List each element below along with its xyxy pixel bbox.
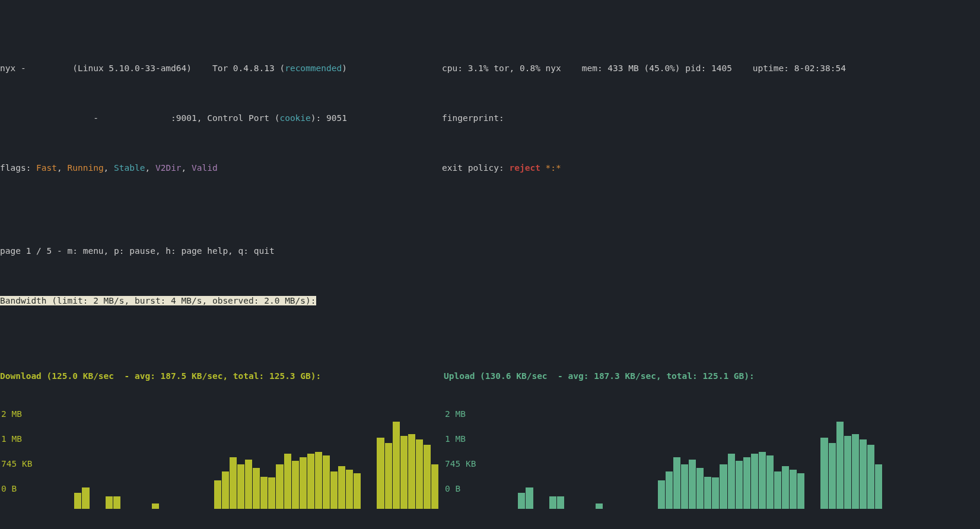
chart-bar	[704, 477, 711, 509]
chart-bar	[696, 468, 704, 509]
flag-running: Running	[68, 163, 104, 173]
chart-bar	[230, 457, 237, 509]
flag-fast: Fast	[36, 163, 57, 173]
ylabel: 2 MB	[1, 408, 22, 420]
exit-star: *:*	[546, 163, 561, 173]
chart-bar	[338, 466, 345, 509]
upload-panel: Upload (130.6 KB/sec - avg: 187.3 KB/sec…	[444, 345, 883, 529]
chart-bar	[549, 496, 556, 509]
chart-bar	[852, 434, 859, 509]
chart-bar	[666, 471, 673, 509]
chart-bar	[557, 496, 564, 509]
chart-bar	[323, 455, 330, 509]
chart-bar	[416, 439, 423, 509]
cookie-label: cookie	[279, 113, 310, 123]
pid-label: pid: 1405	[685, 63, 732, 73]
app-name: nyx -	[0, 63, 26, 73]
chart-bar	[315, 452, 322, 509]
chart-bar	[829, 443, 836, 509]
exit-policy: reject	[510, 163, 546, 173]
uptime-label: uptime: 8-02:38:54	[753, 63, 846, 73]
exit-label: exit policy:	[442, 163, 510, 173]
chart-bar	[836, 422, 844, 509]
chart-bar	[377, 438, 384, 509]
header-line-3: flags: Fast, Running, Stable, V2Dir, Val…	[0, 162, 980, 174]
chart-bar	[689, 460, 696, 509]
port-label: :9001, Control Port (	[171, 113, 279, 123]
header-line-2: - :9001, Control Port (cookie): 9051 fin…	[0, 112, 980, 125]
ylabel: 0 B	[445, 483, 460, 495]
chart-bar	[284, 454, 291, 509]
chart-bar	[860, 439, 867, 509]
chart-bar	[658, 480, 665, 509]
chart-bar	[431, 464, 438, 509]
ylabel: 745 KB	[445, 458, 476, 470]
chart-bar	[253, 468, 260, 509]
bandwidth-charts: Download (125.0 KB/sec - avg: 187.5 KB/s…	[0, 345, 980, 529]
flag-stable: Stable	[114, 163, 145, 173]
chart-bar	[300, 457, 307, 509]
chart-bar	[820, 438, 828, 509]
chart-bar	[222, 471, 229, 509]
chart-bar	[526, 487, 533, 509]
chart-bar	[292, 461, 299, 509]
chart-bar	[844, 436, 851, 509]
chart-bar	[237, 464, 244, 509]
chart-bar	[728, 454, 735, 509]
chart-bar	[712, 477, 719, 509]
chart-bar	[782, 466, 789, 509]
chart-bar	[736, 461, 743, 509]
chart-bar	[759, 452, 766, 509]
chart-bar	[385, 443, 392, 509]
chart-bar	[330, 471, 338, 509]
chart-bar	[400, 436, 408, 509]
mem-label: mem: 433 MB (45.0%)	[582, 63, 680, 73]
flag-v2dir: V2Dir	[155, 163, 182, 173]
download-summary: Download (125.0 KB/sec - avg: 187.5 KB/s…	[0, 370, 439, 383]
chart-bar	[307, 454, 314, 509]
chart-bar	[245, 460, 252, 509]
chart-bar	[268, 477, 275, 509]
download-panel: Download (125.0 KB/sec - avg: 187.5 KB/s…	[0, 345, 439, 529]
chart-bar	[82, 487, 89, 509]
chart-bar	[346, 470, 353, 509]
chart-bar	[214, 480, 221, 509]
upload-chart: 2 MB 1 MB 745 KB 0 B	[444, 408, 883, 509]
dash: -	[93, 113, 98, 123]
chart-bar	[106, 496, 113, 509]
chart-bar	[867, 445, 874, 509]
download-chart: 2 MB 1 MB 745 KB 0 B	[0, 408, 439, 509]
ylabel: 2 MB	[445, 408, 466, 420]
chart-bar	[766, 455, 774, 509]
ylabel: 0 B	[1, 483, 17, 495]
chart-bar	[751, 454, 758, 509]
ylabel: 1 MB	[445, 433, 466, 445]
chart-bar	[673, 457, 680, 509]
chart-bar	[743, 457, 750, 509]
chart-bar	[596, 503, 603, 509]
chart-bar	[681, 464, 688, 509]
chart-bar	[260, 477, 268, 509]
header-line-1: nyx - (Linux 5.10.0-33-amd64) Tor 0.4.8.…	[0, 62, 980, 75]
fingerprint-label: fingerprint:	[442, 113, 504, 123]
chart-bar	[790, 470, 797, 509]
ylabel: 1 MB	[1, 433, 22, 445]
chart-bar	[518, 493, 525, 509]
recommended-label: recommended	[285, 63, 342, 73]
flags-label: flags:	[0, 163, 36, 173]
chart-bar	[875, 464, 882, 509]
chart-bar	[797, 473, 804, 509]
chart-bar	[424, 445, 431, 509]
chart-bar	[113, 496, 120, 509]
chart-bar	[354, 473, 361, 509]
bandwidth-header: Bandwidth (limit: 2 MB/s, burst: 4 MB/s,…	[0, 296, 316, 305]
ylabel: 745 KB	[1, 458, 32, 470]
cpu-label: cpu: 3.1% tor, 0.8% nyx	[442, 63, 561, 73]
chart-bar	[152, 503, 159, 509]
chart-bar	[74, 493, 81, 509]
upload-summary: Upload (130.6 KB/sec - avg: 187.3 KB/sec…	[444, 370, 883, 383]
chart-bar	[393, 422, 400, 509]
os-label: (Linux 5.10.0-33-amd64)	[72, 63, 192, 73]
chart-bar	[276, 464, 283, 509]
page-nav-help: page 1 / 5 - m: menu, p: pause, h: page …	[0, 245, 980, 257]
